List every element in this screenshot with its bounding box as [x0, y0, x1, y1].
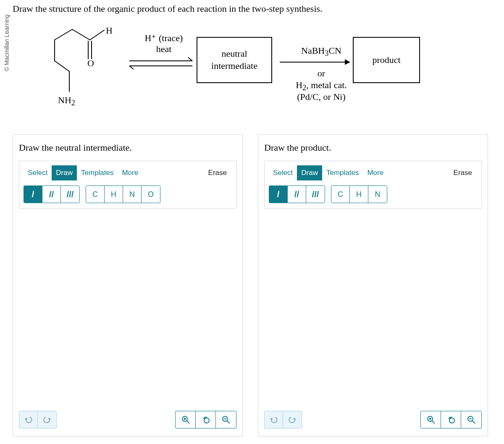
svg-line-27 [432, 421, 435, 423]
atom-n-button[interactable]: N [123, 186, 142, 203]
step2-reagent-a: NaBH3CN [286, 45, 357, 58]
svg-line-16 [187, 421, 189, 423]
zoom-out-button[interactable] [461, 411, 481, 428]
erase-button[interactable]: Erase [203, 165, 232, 180]
panel-title: Draw the product. [264, 142, 482, 153]
undo-icon [24, 415, 33, 424]
triple-bond-button[interactable]: /// [61, 186, 79, 203]
panel-intermediate: Draw the neutral intermediate. Select Dr… [13, 134, 243, 436]
tool-row: / // /// C H N O [24, 185, 232, 203]
step2-reagent-c: (Pd/C, or Ni) [286, 91, 357, 102]
atom-n-button[interactable]: N [368, 186, 387, 203]
triple-bond-button[interactable]: /// [306, 186, 325, 203]
drawing-panels: Draw the neutral intermediate. Select Dr… [13, 134, 488, 436]
redo-icon [43, 415, 51, 424]
svg-marker-12 [345, 60, 349, 64]
product-box: product [353, 37, 420, 83]
aldehyde-h-label: H [106, 25, 113, 36]
step2-or: or [286, 68, 357, 79]
history-group [19, 411, 57, 428]
tab-draw[interactable]: Draw [297, 165, 322, 180]
tab-more[interactable]: More [118, 165, 142, 180]
bottom-toolbar [264, 411, 482, 428]
zoom-group [175, 411, 236, 428]
zoom-reset-button[interactable] [196, 411, 216, 428]
tab-templates[interactable]: Templates [322, 165, 363, 180]
step2-reagent-b: H2, metal cat. [286, 80, 357, 92]
zoom-out-button[interactable] [216, 411, 236, 428]
redo-button[interactable] [38, 411, 56, 428]
double-bond-button[interactable]: // [288, 186, 306, 203]
question-text: Draw the structure of the organic produc… [13, 3, 323, 14]
step1-conditions: H⁺ (trace) heat [134, 33, 193, 55]
zoom-in-icon [181, 415, 190, 424]
tab-more[interactable]: More [363, 165, 388, 180]
single-bond-button[interactable]: / [269, 186, 288, 203]
toolbar: Select Draw Templates More Erase / // //… [264, 161, 482, 209]
atom-group: C H N [331, 185, 387, 203]
svg-line-3 [72, 29, 90, 40]
svg-line-4 [55, 29, 72, 40]
undo-icon [270, 415, 278, 424]
atom-o-button[interactable]: O [142, 186, 160, 203]
svg-line-22 [227, 421, 230, 423]
redo-icon [288, 415, 297, 424]
tab-select[interactable]: Select [24, 165, 52, 180]
reaction-scheme: O H NH2 H⁺ (trace) heat neutral intermed… [13, 17, 433, 126]
svg-marker-31 [448, 417, 450, 419]
panel-product: Draw the product. Select Draw Templates … [258, 134, 488, 436]
bottom-toolbar [19, 411, 236, 428]
tab-templates[interactable]: Templates [77, 165, 118, 180]
bond-group: / // /// [24, 185, 80, 203]
product-box-label: product [372, 54, 400, 66]
equilibrium-arrow-icon [125, 57, 197, 71]
zoom-reset-icon [446, 415, 456, 424]
undo-button[interactable] [19, 411, 38, 428]
double-bond-button[interactable]: // [42, 186, 61, 203]
atom-h-button[interactable]: H [105, 186, 123, 203]
zoom-group [420, 411, 482, 428]
undo-button[interactable] [265, 411, 283, 428]
copyright-text: © Macmillan Learning [3, 14, 10, 71]
redo-button[interactable] [283, 411, 302, 428]
panel-title: Draw the neutral intermediate. [19, 142, 236, 153]
tool-row: / // /// C H N [269, 185, 477, 203]
zoom-in-icon [426, 415, 436, 424]
bond-group: / // /// [269, 185, 325, 203]
zoom-out-icon [221, 415, 231, 424]
svg-marker-20 [203, 417, 205, 419]
svg-text:O: O [87, 58, 94, 68]
svg-line-6 [55, 61, 69, 71]
zoom-reset-button[interactable] [441, 411, 461, 428]
atom-c-button[interactable]: C [331, 186, 350, 203]
intermediate-box: neutral intermediate [197, 37, 272, 83]
single-bond-button[interactable]: / [24, 186, 42, 203]
atom-group: C H N O [86, 185, 160, 203]
tab-row: Select Draw Templates More Erase [269, 165, 477, 180]
zoom-in-button[interactable] [176, 411, 196, 428]
zoom-reset-icon [201, 415, 210, 424]
zoom-in-button[interactable] [421, 411, 441, 428]
tab-row: Select Draw Templates More Erase [24, 165, 232, 180]
atom-h-button[interactable]: H [350, 186, 368, 203]
toolbar: Select Draw Templates More Erase / // //… [19, 161, 236, 209]
tab-select[interactable]: Select [269, 165, 297, 180]
tab-draw[interactable]: Draw [52, 165, 77, 180]
reaction-arrow-icon [279, 58, 350, 66]
amine-label: NH2 [58, 95, 75, 107]
zoom-out-icon [467, 415, 476, 424]
svg-line-33 [472, 421, 475, 423]
svg-line-2 [90, 30, 104, 40]
erase-button[interactable]: Erase [449, 165, 477, 180]
intermediate-box-label: neutral intermediate [211, 48, 257, 72]
atom-c-button[interactable]: C [86, 186, 105, 203]
history-group [264, 411, 302, 428]
